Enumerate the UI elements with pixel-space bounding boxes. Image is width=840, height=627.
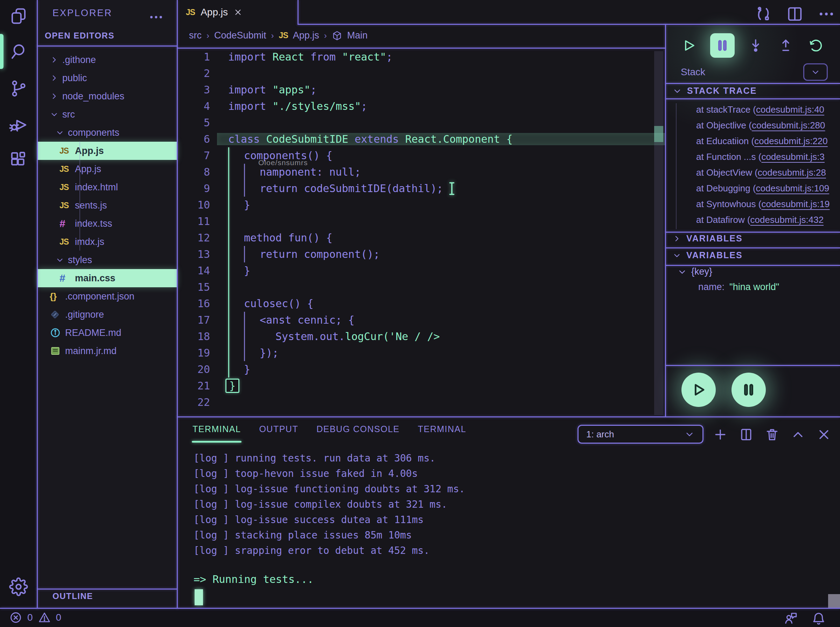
code-editor[interactable]: 1import React from "react";23import "app… [177,49,665,416]
stack-frame[interactable]: at ObjectView (codesubmit.js:28 [666,165,840,181]
variable-entry[interactable]: name:"hina world" [698,282,779,293]
terminal-session-value: 1: arch [586,429,614,440]
tree-file-index-tss[interactable]: #index.tss [38,214,177,233]
debug-step-into-icon[interactable] [747,36,765,55]
terminal-session-dropdown[interactable]: 1: arch [577,425,703,444]
frame-location-link[interactable]: codesubmit.js:220 [754,136,828,147]
debug-pause-icon[interactable] [710,33,734,58]
variable-group-key[interactable]: {key} [677,266,712,277]
line-content: import "apps"; [217,83,665,96]
line-number: 8 [177,166,217,178]
line-content: return component(); [217,248,665,260]
debug-restart-icon[interactable] [807,36,825,55]
tree-file-app-js[interactable]: JSApp.js [38,160,177,178]
split-editor-icon[interactable] [786,5,804,23]
split-icon[interactable] [739,427,754,442]
chevron-up-icon[interactable] [790,427,806,442]
trash-icon[interactable] [764,427,780,442]
editor-scrollbar[interactable] [654,51,663,415]
terminal-tab-terminal[interactable]: TERMINAL [418,424,466,440]
variables1-bottom-border [665,247,840,249]
tree-file-mainm-jr-md[interactable]: mainm.jr.md [38,342,177,360]
tree-file-sents-js[interactable]: JSsents.js [38,196,177,214]
debug-continue-icon[interactable] [680,36,698,55]
debug-step-out-icon[interactable] [777,36,795,55]
explorer-sidebar: EXPLORER OPEN EDITORS .githonepublicnode… [38,0,177,608]
frame-location-link[interactable]: codesubmit.js:432 [750,214,824,225]
frame-function: at Function ...s ( [696,151,761,162]
tree-folder-components[interactable]: components [38,123,177,142]
editor-scroll-highlight-mark [654,126,663,142]
settings-gear-button[interactable] [9,577,28,596]
terminal-log-line: [log ] log-issue functioning doubts at 3… [194,481,465,497]
problems-status[interactable]: 0 0 [9,611,61,624]
terminal-tab-output[interactable]: OUTPUT [259,424,298,440]
frame-location-link[interactable]: codesubmit.js:280 [752,120,825,131]
breadcrumb[interactable]: src›CodeSubmit›JSApp.js›Main [189,30,367,41]
terminal-tab-debug-console[interactable]: DEBUG CONSOLE [317,424,400,440]
stack-frame[interactable]: at Function ...s (codesubmit.js:3 [666,149,840,165]
stack-frame[interactable]: at Objectlive (codesubmit.js:280 [666,118,840,133]
activity-search-icon[interactable] [9,43,28,61]
tree-folder-public[interactable]: public [38,69,177,87]
breadcrumb-item[interactable]: CodeSubmit [214,30,266,41]
stacktrace-top-border [665,83,840,84]
tree-item-label: README.md [65,328,121,338]
terminal-tab-terminal[interactable]: TERMINAL [192,424,241,440]
activity-source-control-icon[interactable] [9,79,28,98]
bell-icon[interactable] [811,611,826,625]
frame-location-link[interactable]: codesubmit.js:109 [756,183,829,194]
close-icon[interactable] [233,8,243,17]
swap-icon[interactable] [754,5,772,23]
activity-run-debug-icon[interactable] [9,115,28,134]
ide-window: EXPLORER OPEN EDITORS .githonepublicnode… [0,0,840,627]
stack-dropdown[interactable] [803,63,828,81]
outline-header[interactable]: OUTLINE [48,591,93,601]
tree-folder-node-modules[interactable]: node_modules [38,87,177,105]
stack-frame[interactable]: at Debugging (codesubmit.js:109 [666,181,840,196]
tree-file-readme-md[interactable]: README.md [38,324,177,342]
js-icon: JS [60,164,69,174]
stack-frame[interactable]: at stackTrace (codesubmit.js:40 [666,102,840,118]
code-token: } [244,363,250,375]
breadcrumb-item[interactable]: src [189,30,202,41]
tree-folder-styles[interactable]: styles [38,251,177,269]
editor-tab-appjs[interactable]: JS App.js [177,0,298,25]
stack-frame[interactable]: at Datafirow (codesubmit.js:432 [666,212,840,228]
activity-extensions-icon[interactable] [9,150,28,169]
tree-file-main-css[interactable]: #main.css [38,269,177,287]
open-editors-header[interactable]: OPEN EDITORS [41,31,115,41]
line-content: } [217,265,665,277]
line-number: 10 [177,199,217,211]
tree-file-index-html[interactable]: JSindex.html [38,178,177,196]
run-play-button[interactable] [681,373,716,407]
variables-header-collapsed[interactable]: VARIABLES [672,233,743,244]
frame-location-link[interactable]: codesubmit.js:28 [758,167,826,178]
variables-header-expanded[interactable]: VARIABLES [672,250,743,260]
activity-bar [0,0,37,608]
tree-file-imdx-js[interactable]: JSimdx.js [38,233,177,251]
close-icon[interactable] [816,427,832,442]
stack-trace-header[interactable]: STACK TRACE [672,86,757,96]
frame-location-link[interactable]: codesubmit.js:19 [761,199,829,210]
frame-location-link[interactable]: codesubmit.js:40 [756,104,824,115]
tree-file--component-json[interactable]: {}.component.json [38,287,177,306]
activity-files-icon[interactable] [9,7,28,25]
feedback-icon[interactable] [783,611,798,625]
stack-frame[interactable]: at Syntowhous (codesubmit.js:19 [666,196,840,212]
frame-location-link[interactable]: codesubmit.js:3 [761,151,824,162]
outline-label: OUTLINE [52,591,93,601]
run-pause-button[interactable] [731,373,766,407]
hash-icon: # [60,217,65,230]
stack-frame[interactable]: at Educatiion (codesubmit.js:220 [666,133,840,149]
plus-icon[interactable] [712,427,728,442]
tree-file--gitignore[interactable]: .gitignore [38,306,177,324]
breadcrumb-item[interactable]: App.js [293,30,319,41]
ellipsis-icon[interactable] [817,5,835,23]
tree-file-app-js[interactable]: JSApp.js [38,142,177,160]
code-token: culosec() { [244,298,314,310]
ellipsis-icon[interactable] [148,9,164,20]
tree-folder-src[interactable]: src [38,105,177,123]
breadcrumb-item[interactable]: Main [347,30,368,41]
tree-folder--githone[interactable]: .githone [38,51,177,69]
